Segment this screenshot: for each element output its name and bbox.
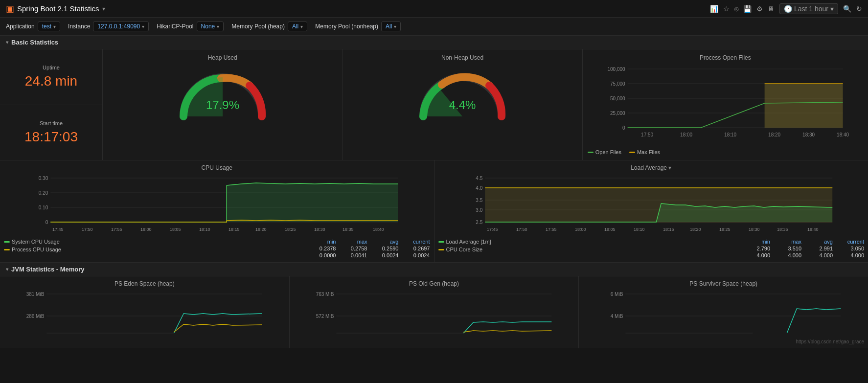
jvm-chevron: ▾ <box>6 267 8 272</box>
share-icon[interactable]: ⎋ <box>734 5 738 13</box>
memory-heap-filter: Memory Pool (heap) All ▾ <box>231 22 307 31</box>
application-label: Application <box>6 23 35 30</box>
system-current: 0.2697 <box>409 246 430 251</box>
legend-open-files: Open Files <box>588 149 621 155</box>
memory-nonheap-arrow: ▾ <box>394 24 396 29</box>
application-value: test <box>42 23 51 30</box>
toolbar-icons: 📊 ☆ ⎋ 💾 ⚙ 🖥 🕐 Last 1 hour ▾ 🔍 ↻ <box>710 3 862 14</box>
memory-heap-value: All <box>292 23 298 30</box>
load-avg-legend: Load Average [1m] <box>438 239 491 245</box>
process-cpu-dot <box>4 249 10 250</box>
system-cpu-vals: 0.2378 0.2758 0.2590 0.2697 <box>315 246 430 251</box>
svg-text:0: 0 <box>46 220 48 225</box>
bar-chart-icon[interactable]: 📊 <box>710 5 718 13</box>
system-avg: 0.2590 <box>377 246 399 251</box>
search-icon[interactable]: 🔍 <box>843 5 851 13</box>
load-average-title: Load Average ▾ <box>438 164 865 171</box>
load-max: 3.510 <box>780 246 801 251</box>
system-cpu-legend: System CPU Usage <box>4 239 61 245</box>
heap-used-panel: Heap Used 17.9% <box>103 49 343 160</box>
eden-space-panel: PS Eden Space (heap) 381 MiB 286 MiB <box>0 276 290 348</box>
uptime-cell: Uptime 24.8 min <box>0 49 102 105</box>
svg-text:3.5: 3.5 <box>476 198 482 203</box>
title-dropdown-icon[interactable]: ▾ <box>102 5 105 12</box>
system-cpu-dot <box>4 241 10 243</box>
system-cpu-label: System CPU Usage <box>12 239 60 245</box>
settings-icon[interactable]: ⚙ <box>756 5 763 13</box>
svg-text:18:20: 18:20 <box>768 132 780 137</box>
cpu-core-avg: 4.000 <box>811 252 833 258</box>
load-col-max: max <box>780 239 801 245</box>
old-gen-chart: 763 MiB 572 MiB <box>294 289 575 338</box>
title-area: ▣ Spring Boot 2.1 Statistics ▾ <box>6 3 105 14</box>
svg-text:18:15: 18:15 <box>228 227 240 232</box>
load-legend-row: Load Average [1m] CPU Core Size min max … <box>438 239 865 258</box>
svg-text:18:40: 18:40 <box>807 227 818 232</box>
process-cpu-vals: 0.0000 0.0041 0.0024 0.0024 <box>315 252 430 258</box>
hikaricp-value: None <box>201 23 215 30</box>
svg-text:4.0: 4.0 <box>476 185 482 191</box>
application-select[interactable]: test ▾ <box>38 22 60 31</box>
svg-text:572 MiB: 572 MiB <box>316 314 334 319</box>
svg-text:17:45: 17:45 <box>486 227 498 232</box>
cpu-usage-title: CPU Usage <box>4 164 430 171</box>
col-avg: avg <box>377 239 399 245</box>
non-heap-gauge-container: 4.4% <box>413 65 511 124</box>
cpu-core-label: CPU Core Size <box>446 247 483 252</box>
heap-gauge-svg: 17.9% <box>174 65 272 124</box>
time-picker[interactable]: 🕐 Last 1 hour ▾ <box>779 3 838 14</box>
eden-chart: 381 MiB 286 MiB <box>4 289 285 338</box>
survivor-panel: PS Survivor Space (heap) 6 MiB 4 MiB htt… <box>579 276 868 348</box>
svg-text:18:00: 18:00 <box>140 227 152 232</box>
load-stat-headers: min max avg current <box>749 239 864 245</box>
open-files-legend: Open Files Max Files <box>588 149 863 155</box>
svg-text:17:50: 17:50 <box>641 132 653 137</box>
grafana-icon: ▣ <box>6 3 14 14</box>
svg-text:4.4%: 4.4% <box>449 98 476 112</box>
top-bar: ▣ Spring Boot 2.1 Statistics ▾ 📊 ☆ ⎋ 💾 ⚙… <box>0 0 868 18</box>
load-avg: 2.991 <box>811 246 833 251</box>
load-avg-vals: 2.790 3.510 2.991 3.050 <box>749 246 864 251</box>
basic-stats-row: Uptime 24.8 min Start time 18:17:03 Heap… <box>0 49 868 160</box>
hikaricp-label: HikariCP-Pool <box>157 23 193 30</box>
refresh-icon[interactable]: ↻ <box>856 5 862 13</box>
svg-text:18:05: 18:05 <box>170 227 181 232</box>
svg-marker-28 <box>50 183 398 222</box>
svg-text:381 MiB: 381 MiB <box>26 292 45 297</box>
open-files-dot <box>588 152 594 153</box>
heap-gauge-container: 17.9% <box>174 65 272 124</box>
hikaricp-select[interactable]: None ▾ <box>197 22 224 31</box>
process-cpu-legend: Process CPU Usage <box>4 247 61 252</box>
load-min: 2.790 <box>749 246 770 251</box>
old-gen-panel: PS Old Gen (heap) 763 MiB 572 MiB <box>290 276 579 348</box>
svg-text:18:35: 18:35 <box>777 227 788 232</box>
star-icon[interactable]: ☆ <box>723 5 730 13</box>
memory-nonheap-select[interactable]: All ▾ <box>381 22 401 31</box>
uptime-panel: Uptime 24.8 min Start time 18:17:03 <box>0 49 103 160</box>
system-min: 0.2378 <box>315 246 336 251</box>
application-arrow: ▾ <box>53 24 56 29</box>
svg-text:763 MiB: 763 MiB <box>316 292 334 297</box>
svg-text:18:10: 18:10 <box>633 227 644 232</box>
start-time-cell: Start time 18:17:03 <box>0 105 102 160</box>
save-icon[interactable]: 💾 <box>743 5 752 13</box>
jvm-stats-row: PS Eden Space (heap) 381 MiB 286 MiB PS … <box>0 276 868 348</box>
col-min: min <box>315 239 336 245</box>
non-heap-gauge-svg: 4.4% <box>413 65 511 124</box>
memory-heap-select[interactable]: All ▾ <box>288 22 307 31</box>
clock-icon: 🕐 <box>784 5 792 13</box>
hikaricp-arrow: ▾ <box>217 24 219 29</box>
instance-label: Instance <box>68 23 90 30</box>
memory-heap-label: Memory Pool (heap) <box>231 23 285 30</box>
load-title-arrow[interactable]: ▾ <box>668 164 671 171</box>
instance-arrow: ▾ <box>142 24 144 29</box>
svg-text:18:40: 18:40 <box>837 132 849 137</box>
uptime-value: 24.8 min <box>25 73 77 89</box>
tv-icon[interactable]: 🖥 <box>768 5 775 13</box>
svg-text:0.10: 0.10 <box>39 205 48 210</box>
cpu-chart-svg: 0.30 0.20 0.10 0 17:45 17:50 17:55 18:00… <box>4 173 430 237</box>
svg-text:18:30: 18:30 <box>748 227 759 232</box>
instance-select[interactable]: 127.0.0.1:49090 ▾ <box>93 22 149 31</box>
open-files-chart: 100,000 75,000 50,000 25,000 0 17:50 18:… <box>588 64 863 147</box>
heap-used-label: Heap Used <box>208 54 237 61</box>
